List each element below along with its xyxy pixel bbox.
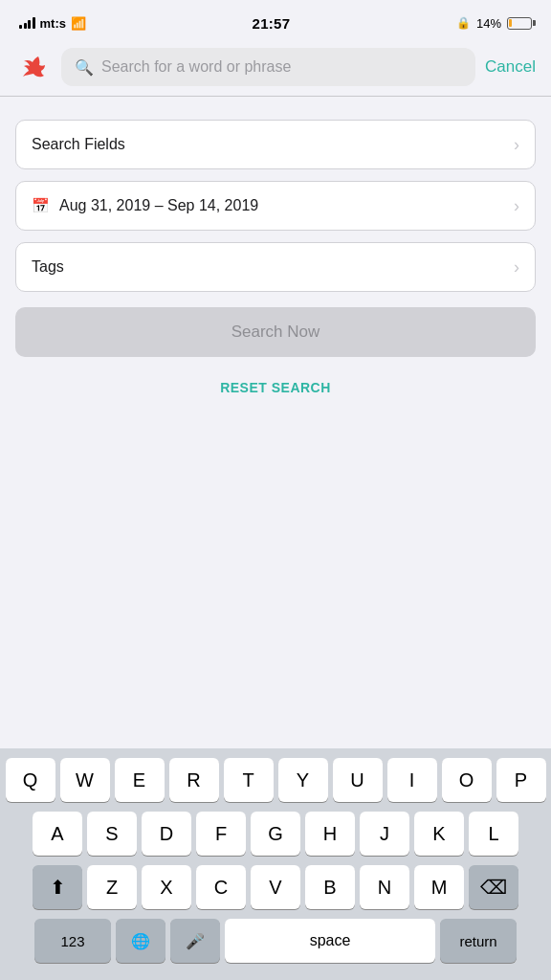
carrier-label: mt:s [40,16,66,31]
key-w[interactable]: W [60,758,110,802]
key-r[interactable]: R [169,758,219,802]
status-left: mt:s 📶 [19,16,86,31]
key-c[interactable]: C [196,865,246,909]
status-right: 🔒 14% [456,16,532,31]
key-y[interactable]: Y [278,758,328,802]
search-bar[interactable]: 🔍 Search for a word or phrase [61,48,475,86]
keyboard-bottom-row: 123 🌐 🎤 space return [4,919,547,963]
key-z[interactable]: Z [87,865,137,909]
globe-key[interactable]: 🌐 [116,919,165,963]
numbers-key[interactable]: 123 [34,919,111,963]
keyboard-row-1: Q W E R T Y U I O P [4,758,547,802]
date-range-row[interactable]: 📅 Aug 31, 2019 – Sep 14, 2019 › [15,181,536,231]
key-p[interactable]: P [496,758,546,802]
space-key[interactable]: space [225,919,435,963]
date-range-chevron-icon: › [514,196,519,216]
search-fields-row[interactable]: Search Fields › [15,120,536,169]
key-s[interactable]: S [87,812,137,856]
key-a[interactable]: A [33,812,82,856]
search-now-label: Search Now [231,323,320,342]
key-k[interactable]: K [414,812,464,856]
app-logo [15,49,52,85]
search-fields-label: Search Fields [32,136,514,153]
key-d[interactable]: D [142,812,191,856]
wifi-icon: 📶 [71,16,86,31]
key-l[interactable]: L [469,812,518,856]
tags-row[interactable]: Tags › [15,242,536,292]
key-t[interactable]: T [224,758,274,802]
shift-key[interactable]: ⬆ [33,865,82,909]
key-f[interactable]: F [196,812,246,856]
battery-fill [509,19,512,27]
key-n[interactable]: N [360,865,409,909]
battery-percent: 14% [476,16,501,31]
search-icon: 🔍 [75,58,94,77]
search-now-button[interactable]: Search Now [15,307,536,357]
keyboard: Q W E R T Y U I O P A S D F G H J K L ⬆ … [0,748,551,980]
calendar-icon: 📅 [32,197,50,214]
search-fields-chevron-icon: › [514,135,519,155]
mic-key[interactable]: 🎤 [170,919,220,963]
key-m[interactable]: M [414,865,464,909]
key-g[interactable]: G [251,812,300,856]
reset-search-button[interactable]: RESET SEARCH [15,368,536,407]
key-q[interactable]: Q [6,758,55,802]
search-input-placeholder: Search for a word or phrase [101,58,291,76]
keyboard-row-3: ⬆ Z X C V B N M ⌫ [4,865,547,909]
lock-icon: 🔒 [456,16,471,30]
signal-icon [19,17,35,29]
key-e[interactable]: E [115,758,165,802]
top-nav: 🔍 Search for a word or phrase Cancel [0,42,551,96]
main-content: Search Fields › 📅 Aug 31, 2019 – Sep 14,… [0,97,551,748]
backspace-key[interactable]: ⌫ [469,865,518,909]
reset-search-label: RESET SEARCH [220,380,331,395]
tags-label: Tags [32,258,514,276]
cancel-button[interactable]: Cancel [485,57,536,77]
key-v[interactable]: V [251,865,300,909]
time-display: 21:57 [253,15,291,32]
return-key[interactable]: return [440,919,517,963]
date-range-value: Aug 31, 2019 – Sep 14, 2019 [59,197,514,214]
battery-icon [507,17,532,30]
key-o[interactable]: O [442,758,492,802]
keyboard-row-2: A S D F G H J K L [4,812,547,856]
key-x[interactable]: X [142,865,191,909]
status-bar: mt:s 📶 21:57 🔒 14% [0,0,551,42]
key-u[interactable]: U [333,758,383,802]
key-b[interactable]: B [305,865,355,909]
key-j[interactable]: J [360,812,409,856]
key-h[interactable]: H [305,812,355,856]
tags-chevron-icon: › [514,257,519,278]
key-i[interactable]: I [387,758,437,802]
